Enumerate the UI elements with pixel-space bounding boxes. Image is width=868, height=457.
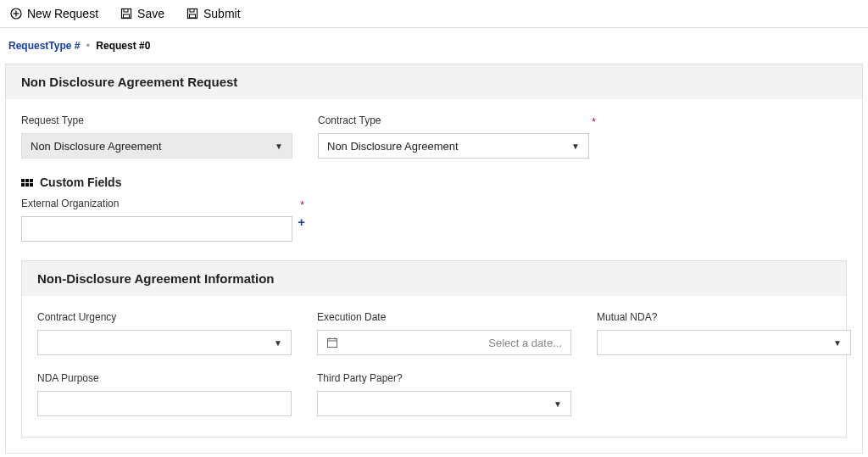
request-type-select[interactable]: Non Disclosure Agreement ▼ [21, 133, 292, 159]
panel-body: Request Type Non Disclosure Agreement ▼ … [6, 99, 862, 453]
third-party-field: Third Party Paper? ▼ [317, 372, 571, 416]
nda-purpose-label: NDA Purpose [37, 372, 292, 384]
nda-info-title: Non-Disclosure Agreement Information [22, 261, 846, 296]
nda-purpose-input-wrapper [37, 391, 292, 416]
chevron-down-icon: ▼ [833, 338, 842, 348]
panel-title: Non Disclosure Agreement Request [6, 64, 862, 99]
request-type-label: Request Type [21, 114, 292, 126]
custom-fields-header: Custom Fields [21, 176, 847, 189]
new-request-button[interactable]: New Request [10, 7, 98, 20]
save-label: Save [137, 7, 164, 20]
grid-icon [21, 179, 33, 187]
toolbar: New Request Save Submit [0, 0, 868, 28]
request-type-field: Request Type Non Disclosure Agreement ▼ [21, 114, 292, 159]
request-type-value: Non Disclosure Agreement [31, 140, 162, 153]
contract-type-label: Contract Type [318, 114, 589, 126]
nda-purpose-field: NDA Purpose [37, 372, 292, 416]
third-party-select[interactable]: ▼ [317, 391, 571, 416]
mutual-nda-select[interactable]: ▼ [597, 330, 851, 355]
mutual-nda-field: Mutual NDA? ▼ [597, 311, 851, 355]
save-button[interactable]: Save [120, 7, 164, 20]
chevron-down-icon: ▼ [275, 142, 283, 151]
spacer [597, 372, 851, 416]
execution-date-label: Execution Date [317, 311, 571, 323]
plus-circle-icon [10, 8, 22, 20]
contract-type-field: Contract Type * Non Disclosure Agreement… [318, 114, 589, 159]
chevron-down-icon: ▼ [554, 399, 562, 409]
plus-icon[interactable]: + [298, 215, 305, 229]
submit-label: Submit [203, 7, 241, 20]
external-org-input-wrapper [21, 216, 292, 242]
svg-rect-8 [189, 14, 195, 18]
contract-type-select[interactable]: Non Disclosure Agreement ▼ [318, 133, 589, 159]
required-icon: * [592, 116, 596, 128]
nda-info-body: Contract Urgency ▼ Execution Date Select… [22, 296, 846, 437]
required-icon: * [300, 199, 304, 211]
nda-info-panel: Non-Disclosure Agreement Information Con… [21, 260, 847, 437]
submit-button[interactable]: Submit [186, 7, 241, 20]
contract-urgency-field: Contract Urgency ▼ [37, 311, 292, 355]
breadcrumb: RequestType # • Request #0 [0, 28, 868, 60]
request-panel: Non Disclosure Agreement Request Request… [5, 64, 863, 454]
breadcrumb-current: Request #0 [96, 40, 150, 52]
third-party-label: Third Party Paper? [317, 372, 571, 384]
external-org-label: External Organization [21, 198, 292, 209]
breadcrumb-type-link[interactable]: RequestType # [8, 40, 80, 52]
chevron-down-icon: ▼ [571, 142, 580, 151]
contract-urgency-select[interactable]: ▼ [37, 330, 292, 355]
calendar-icon [326, 337, 338, 348]
contract-type-value: Non Disclosure Agreement [327, 140, 459, 153]
contract-urgency-label: Contract Urgency [37, 311, 292, 323]
save-icon [120, 8, 132, 20]
mutual-nda-label: Mutual NDA? [597, 311, 851, 323]
submit-icon [186, 8, 198, 20]
execution-date-input[interactable]: Select a date... [317, 330, 571, 355]
external-org-field: External Organization * + [21, 198, 292, 242]
nda-purpose-input[interactable] [47, 392, 282, 415]
custom-fields-title: Custom Fields [40, 176, 121, 189]
execution-date-placeholder: Select a date... [488, 337, 562, 349]
new-request-label: New Request [27, 7, 98, 20]
svg-rect-9 [328, 339, 337, 348]
chevron-down-icon: ▼ [274, 338, 282, 348]
breadcrumb-sep: • [86, 40, 90, 52]
external-org-input[interactable] [31, 217, 283, 241]
svg-rect-5 [124, 14, 130, 18]
execution-date-field: Execution Date Select a date... [317, 311, 571, 355]
